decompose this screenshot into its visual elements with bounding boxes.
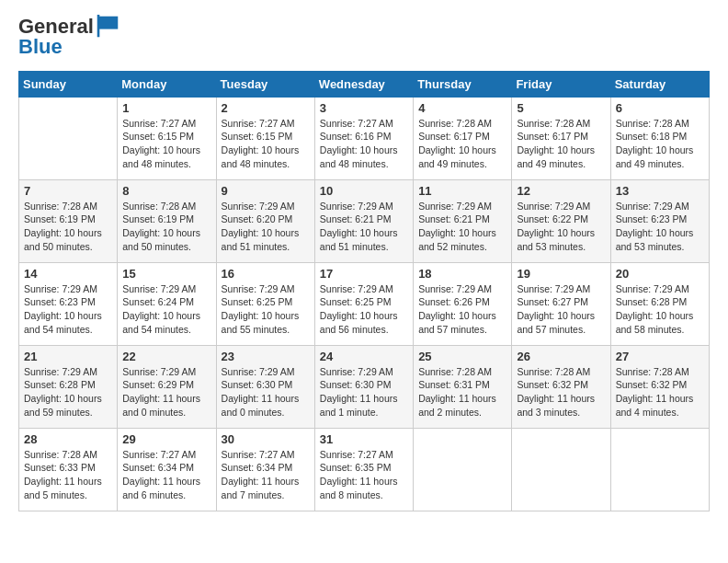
calendar-cell xyxy=(414,428,512,511)
calendar-cell: 21Sunrise: 7:29 AM Sunset: 6:28 PM Dayli… xyxy=(19,345,118,428)
day-info: Sunrise: 7:29 AM Sunset: 6:24 PM Dayligh… xyxy=(122,282,210,337)
week-row-5: 28Sunrise: 7:28 AM Sunset: 6:33 PM Dayli… xyxy=(19,428,710,511)
calendar-cell: 25Sunrise: 7:28 AM Sunset: 6:31 PM Dayli… xyxy=(414,345,512,428)
calendar-cell: 11Sunrise: 7:29 AM Sunset: 6:21 PM Dayli… xyxy=(414,179,512,262)
calendar-cell: 2Sunrise: 7:27 AM Sunset: 6:15 PM Daylig… xyxy=(216,97,314,179)
logo: General Blue xyxy=(18,15,119,60)
day-number: 12 xyxy=(517,184,605,198)
calendar-cell: 13Sunrise: 7:29 AM Sunset: 6:23 PM Dayli… xyxy=(610,179,709,262)
day-info: Sunrise: 7:28 AM Sunset: 6:31 PM Dayligh… xyxy=(418,365,506,419)
day-number: 2 xyxy=(222,101,310,115)
day-info: Sunrise: 7:29 AM Sunset: 6:23 PM Dayligh… xyxy=(616,200,704,254)
calendar-cell: 12Sunrise: 7:29 AM Sunset: 6:22 PM Dayli… xyxy=(512,179,610,262)
calendar-cell: 29Sunrise: 7:27 AM Sunset: 6:34 PM Dayli… xyxy=(118,428,216,511)
calendar-cell: 16Sunrise: 7:29 AM Sunset: 6:25 PM Dayli… xyxy=(216,262,314,345)
day-info: Sunrise: 7:28 AM Sunset: 6:19 PM Dayligh… xyxy=(122,200,210,254)
day-number: 8 xyxy=(122,184,210,198)
calendar-cell: 24Sunrise: 7:29 AM Sunset: 6:30 PM Dayli… xyxy=(314,345,413,428)
day-number: 25 xyxy=(418,350,506,363)
calendar-cell xyxy=(512,428,610,511)
day-info: Sunrise: 7:29 AM Sunset: 6:23 PM Dayligh… xyxy=(24,282,112,337)
page-header: General Blue xyxy=(18,15,710,60)
day-number: 14 xyxy=(24,267,112,281)
day-info: Sunrise: 7:27 AM Sunset: 6:15 PM Dayligh… xyxy=(222,117,310,171)
calendar-cell: 6Sunrise: 7:28 AM Sunset: 6:18 PM Daylig… xyxy=(610,97,709,179)
day-number: 16 xyxy=(222,267,310,281)
week-row-3: 14Sunrise: 7:29 AM Sunset: 6:23 PM Dayli… xyxy=(19,262,710,345)
day-info: Sunrise: 7:29 AM Sunset: 6:29 PM Dayligh… xyxy=(122,365,210,419)
calendar-cell: 3Sunrise: 7:27 AM Sunset: 6:16 PM Daylig… xyxy=(314,97,413,179)
calendar-cell: 23Sunrise: 7:29 AM Sunset: 6:30 PM Dayli… xyxy=(216,345,314,428)
day-number: 30 xyxy=(222,432,310,446)
calendar-cell: 5Sunrise: 7:28 AM Sunset: 6:17 PM Daylig… xyxy=(512,97,610,179)
day-number: 6 xyxy=(616,101,704,115)
calendar-cell: 9Sunrise: 7:29 AM Sunset: 6:20 PM Daylig… xyxy=(216,179,314,262)
day-number: 31 xyxy=(320,432,408,446)
day-info: Sunrise: 7:29 AM Sunset: 6:27 PM Dayligh… xyxy=(517,282,605,337)
day-number: 28 xyxy=(24,432,112,446)
svg-marker-0 xyxy=(98,17,118,29)
day-number: 5 xyxy=(517,101,605,115)
day-number: 1 xyxy=(122,101,210,115)
day-info: Sunrise: 7:29 AM Sunset: 6:25 PM Dayligh… xyxy=(320,282,408,337)
day-info: Sunrise: 7:29 AM Sunset: 6:21 PM Dayligh… xyxy=(320,200,408,254)
calendar-cell: 30Sunrise: 7:27 AM Sunset: 6:34 PM Dayli… xyxy=(216,428,314,511)
calendar-cell: 22Sunrise: 7:29 AM Sunset: 6:29 PM Dayli… xyxy=(118,345,216,428)
calendar-cell: 1Sunrise: 7:27 AM Sunset: 6:15 PM Daylig… xyxy=(118,97,216,179)
day-info: Sunrise: 7:29 AM Sunset: 6:21 PM Dayligh… xyxy=(418,200,506,254)
col-header-wednesday: Wednesday xyxy=(314,71,413,97)
day-info: Sunrise: 7:27 AM Sunset: 6:34 PM Dayligh… xyxy=(122,448,210,502)
calendar-cell: 18Sunrise: 7:29 AM Sunset: 6:26 PM Dayli… xyxy=(414,262,512,345)
day-info: Sunrise: 7:28 AM Sunset: 6:32 PM Dayligh… xyxy=(517,365,605,419)
col-header-thursday: Thursday xyxy=(414,71,512,97)
calendar-cell: 10Sunrise: 7:29 AM Sunset: 6:21 PM Dayli… xyxy=(314,179,413,262)
day-number: 23 xyxy=(222,350,310,363)
day-number: 11 xyxy=(418,184,506,198)
calendar-table: SundayMondayTuesdayWednesdayThursdayFrid… xyxy=(18,71,710,511)
day-info: Sunrise: 7:29 AM Sunset: 6:28 PM Dayligh… xyxy=(24,365,112,419)
day-info: Sunrise: 7:28 AM Sunset: 6:33 PM Dayligh… xyxy=(24,448,112,502)
day-info: Sunrise: 7:27 AM Sunset: 6:15 PM Dayligh… xyxy=(122,117,210,171)
day-number: 9 xyxy=(222,184,310,198)
day-number: 27 xyxy=(616,350,704,363)
day-number: 10 xyxy=(320,184,408,198)
day-info: Sunrise: 7:27 AM Sunset: 6:16 PM Dayligh… xyxy=(320,117,408,171)
col-header-saturday: Saturday xyxy=(610,71,709,97)
day-info: Sunrise: 7:27 AM Sunset: 6:35 PM Dayligh… xyxy=(320,448,408,502)
logo-flag-icon xyxy=(96,15,119,39)
day-info: Sunrise: 7:28 AM Sunset: 6:17 PM Dayligh… xyxy=(418,117,506,171)
day-number: 26 xyxy=(517,350,605,363)
day-info: Sunrise: 7:28 AM Sunset: 6:32 PM Dayligh… xyxy=(616,365,704,419)
week-row-4: 21Sunrise: 7:29 AM Sunset: 6:28 PM Dayli… xyxy=(19,345,710,428)
col-header-tuesday: Tuesday xyxy=(216,71,314,97)
day-number: 7 xyxy=(24,184,112,198)
day-info: Sunrise: 7:29 AM Sunset: 6:26 PM Dayligh… xyxy=(418,282,506,337)
calendar-cell: 8Sunrise: 7:28 AM Sunset: 6:19 PM Daylig… xyxy=(118,179,216,262)
day-number: 4 xyxy=(418,101,506,115)
logo-blue-text: Blue xyxy=(18,35,63,59)
col-header-sunday: Sunday xyxy=(19,71,118,97)
day-info: Sunrise: 7:29 AM Sunset: 6:20 PM Dayligh… xyxy=(222,200,310,254)
calendar-cell: 31Sunrise: 7:27 AM Sunset: 6:35 PM Dayli… xyxy=(314,428,413,511)
day-number: 17 xyxy=(320,267,408,281)
calendar-cell: 20Sunrise: 7:29 AM Sunset: 6:28 PM Dayli… xyxy=(610,262,709,345)
calendar-cell: 28Sunrise: 7:28 AM Sunset: 6:33 PM Dayli… xyxy=(19,428,118,511)
day-number: 18 xyxy=(418,267,506,281)
day-info: Sunrise: 7:29 AM Sunset: 6:30 PM Dayligh… xyxy=(320,365,408,419)
calendar-cell: 7Sunrise: 7:28 AM Sunset: 6:19 PM Daylig… xyxy=(19,179,118,262)
day-number: 21 xyxy=(24,350,112,363)
calendar-cell: 15Sunrise: 7:29 AM Sunset: 6:24 PM Dayli… xyxy=(118,262,216,345)
col-header-friday: Friday xyxy=(512,71,610,97)
day-info: Sunrise: 7:29 AM Sunset: 6:30 PM Dayligh… xyxy=(222,365,310,419)
day-info: Sunrise: 7:29 AM Sunset: 6:25 PM Dayligh… xyxy=(222,282,310,337)
week-row-2: 7Sunrise: 7:28 AM Sunset: 6:19 PM Daylig… xyxy=(19,179,710,262)
calendar-cell: 26Sunrise: 7:28 AM Sunset: 6:32 PM Dayli… xyxy=(512,345,610,428)
day-number: 24 xyxy=(320,350,408,363)
calendar-cell: 14Sunrise: 7:29 AM Sunset: 6:23 PM Dayli… xyxy=(19,262,118,345)
week-row-1: 1Sunrise: 7:27 AM Sunset: 6:15 PM Daylig… xyxy=(19,97,710,179)
calendar-cell: 17Sunrise: 7:29 AM Sunset: 6:25 PM Dayli… xyxy=(314,262,413,345)
day-info: Sunrise: 7:29 AM Sunset: 6:28 PM Dayligh… xyxy=(616,282,704,337)
day-number: 15 xyxy=(122,267,210,281)
calendar-cell: 27Sunrise: 7:28 AM Sunset: 6:32 PM Dayli… xyxy=(610,345,709,428)
day-info: Sunrise: 7:28 AM Sunset: 6:19 PM Dayligh… xyxy=(24,200,112,254)
